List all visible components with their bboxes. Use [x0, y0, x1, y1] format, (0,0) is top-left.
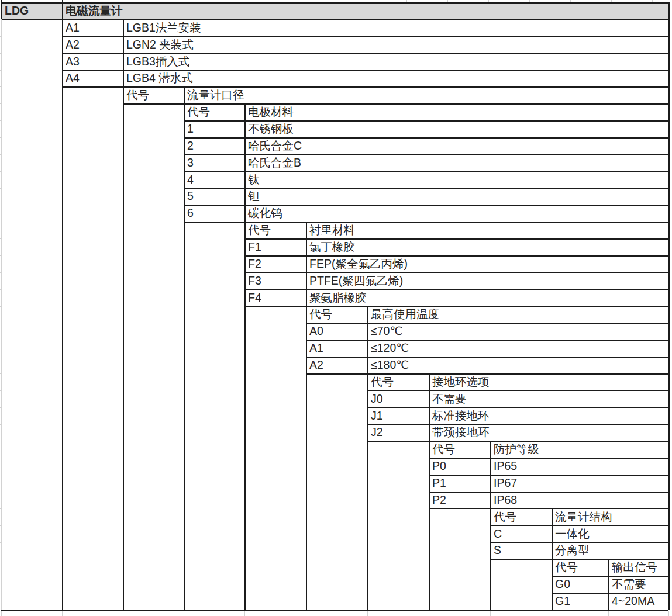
code-cell[interactable]: A1 [62, 19, 123, 36]
code-cell[interactable]: 4 [184, 171, 244, 188]
grid-tick [668, 611, 669, 616]
code-cell[interactable]: A2 [306, 357, 367, 373]
border-line [306, 357, 668, 358]
desc-cell[interactable]: 带颈接地环 [429, 424, 668, 441]
code-cell[interactable]: 5 [184, 188, 244, 205]
desc-cell[interactable]: 流量计口径 [184, 86, 668, 103]
desc-cell[interactable]: LGB3插入式 [123, 53, 668, 70]
desc-cell[interactable]: 钛 [244, 171, 668, 188]
border-line [552, 593, 668, 594]
code-cell[interactable]: 3 [184, 154, 244, 171]
family-title-cell[interactable]: 电磁流量计 [62, 2, 668, 19]
code-cell[interactable]: C [490, 525, 552, 542]
code-cell[interactable]: A2 [62, 36, 123, 53]
desc-cell[interactable]: 碳化钨 [244, 205, 668, 222]
desc-cell[interactable]: 分离型 [552, 542, 668, 559]
code-cell[interactable]: P2 [429, 492, 490, 508]
code-cell[interactable]: G1 [552, 593, 608, 610]
desc-cell[interactable]: LGB4 潜水式 [123, 70, 668, 87]
code-cell[interactable]: A1 [306, 340, 367, 357]
border-line [490, 525, 668, 527]
code-cell[interactable]: S [490, 542, 552, 559]
code-cell[interactable]: F2 [244, 255, 306, 272]
code-cell[interactable]: P1 [429, 475, 490, 492]
family-code-cell[interactable]: LDG [1, 2, 62, 19]
desc-cell[interactable]: 最高使用温度 [367, 306, 668, 323]
desc-cell[interactable]: LGB1法兰安装 [123, 19, 668, 36]
desc-cell[interactable]: PTFE(聚四氟乙烯) [306, 272, 668, 289]
grid-tick [244, 611, 245, 616]
desc-cell[interactable]: 电极材料 [244, 103, 668, 120]
code-cell[interactable]: 代号 [244, 222, 306, 238]
grid-tick [552, 611, 552, 616]
desc-cell[interactable]: 一体化 [552, 525, 668, 542]
grid-tick [0, 205, 2, 205]
grid-tick [184, 611, 184, 616]
code-cell[interactable]: J2 [367, 424, 429, 441]
border-line [668, 2, 670, 610]
grid-line [1, 19, 2, 610]
code-cell[interactable]: A3 [62, 53, 123, 70]
grid-tick [0, 424, 2, 425]
grid-tick [0, 103, 2, 104]
border-line [244, 306, 668, 307]
desc-cell[interactable]: IP65 [490, 458, 668, 475]
desc-cell[interactable]: 哈氏合金B [244, 154, 668, 171]
border-line [367, 424, 668, 425]
code-cell[interactable]: F4 [244, 289, 306, 306]
code-cell[interactable]: 2 [184, 137, 244, 154]
code-cell[interactable]: 代号 [429, 441, 490, 458]
desc-cell[interactable]: 不需要 [429, 390, 668, 407]
grid-tick [0, 508, 2, 509]
grid-tick [0, 357, 2, 357]
desc-cell[interactable]: ≤180℃ [367, 357, 668, 373]
grid-tick [0, 272, 2, 273]
desc-cell[interactable]: 聚氨脂橡胶 [306, 289, 668, 306]
border-line [244, 103, 246, 610]
code-cell[interactable]: P0 [429, 458, 490, 475]
code-cell[interactable]: F1 [244, 238, 306, 255]
desc-cell[interactable]: IP67 [490, 475, 668, 492]
grid-tick [611, 0, 612, 2]
desc-cell[interactable]: IP68 [490, 492, 668, 508]
code-cell[interactable]: 代号 [306, 306, 367, 323]
desc-cell[interactable]: 流量计结构 [552, 508, 668, 525]
border-line [490, 441, 491, 610]
code-cell[interactable]: A4 [62, 70, 123, 87]
desc-cell[interactable]: 衬里材料 [306, 222, 668, 238]
desc-cell[interactable]: 氯丁橡胶 [306, 238, 668, 255]
grid-tick [0, 525, 2, 526]
desc-cell[interactable]: 输出信号 [608, 559, 668, 576]
code-cell[interactable]: 6 [184, 205, 244, 222]
desc-cell[interactable]: ≤70℃ [367, 323, 668, 340]
desc-cell[interactable]: 不锈钢板 [244, 120, 668, 137]
desc-cell[interactable]: 不需要 [608, 576, 668, 593]
desc-cell[interactable]: 接地环选项 [429, 373, 668, 390]
code-cell[interactable]: 代号 [123, 86, 184, 103]
code-cell[interactable]: 代号 [552, 559, 608, 576]
desc-cell[interactable]: ≤120℃ [367, 340, 668, 357]
grid-tick [367, 611, 368, 616]
grid-tick [0, 137, 2, 138]
code-cell[interactable]: 1 [184, 120, 244, 137]
desc-cell[interactable]: 标准接地环 [429, 407, 668, 424]
desc-cell[interactable]: 防护等级 [490, 441, 668, 458]
desc-cell[interactable]: 4~20MA [608, 593, 668, 610]
code-cell[interactable]: F3 [244, 272, 306, 289]
code-cell[interactable]: 代号 [367, 373, 429, 390]
border-line [184, 171, 668, 172]
code-cell[interactable]: G0 [552, 576, 608, 593]
code-cell[interactable]: A0 [306, 323, 367, 340]
desc-cell[interactable]: LGN2 夹装式 [123, 36, 668, 53]
desc-cell[interactable]: 哈氏合金C [244, 137, 668, 154]
code-cell[interactable]: 代号 [184, 103, 244, 120]
grid-tick [429, 611, 429, 616]
desc-cell[interactable]: 钽 [244, 188, 668, 205]
border-line [62, 2, 63, 610]
code-cell[interactable]: 代号 [490, 508, 552, 525]
desc-cell[interactable]: FEP(聚全氟乙丙烯) [306, 255, 668, 272]
code-cell[interactable]: J0 [367, 390, 429, 407]
border-line [552, 508, 553, 610]
grid-tick [62, 611, 63, 616]
code-cell[interactable]: J1 [367, 407, 429, 424]
